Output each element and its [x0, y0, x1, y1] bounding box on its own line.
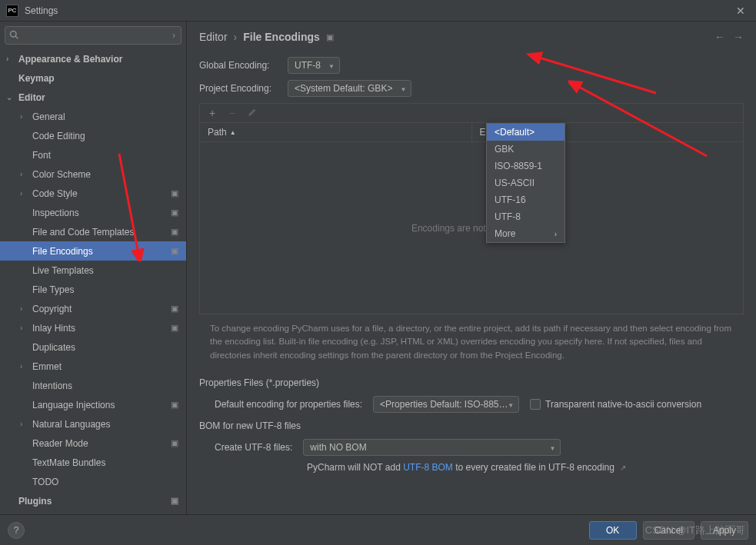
tree-item-label: Color Scheme	[32, 169, 91, 180]
tree-item-label: Duplicates	[32, 342, 75, 353]
apply-button[interactable]: Apply	[701, 521, 748, 540]
chevron-icon: ⌄	[6, 93, 15, 101]
tree-item[interactable]: Font	[0, 145, 186, 164]
modified-icon: ▣	[171, 188, 178, 198]
content-panel: Editor › File Encodings ▣ ← → Global Enc…	[187, 22, 756, 514]
window-title: Settings	[25, 5, 731, 16]
encoding-table-body: Encodings are not configured	[199, 142, 744, 314]
tree-item-label: Reader Mode	[32, 438, 88, 449]
create-utf8-label: Create UTF-8 files:	[215, 442, 292, 453]
breadcrumb-current: File Encodings	[243, 31, 320, 43]
tree-item-label: Plugins	[18, 496, 52, 507]
chevron-icon: ›	[20, 170, 29, 178]
project-encoding-label: Project Encoding:	[199, 83, 288, 94]
tree-item-label: Editor	[18, 92, 45, 103]
sort-asc-icon: ▲	[230, 129, 236, 136]
chevron-down-icon: ▼	[549, 445, 555, 452]
tree-item[interactable]: ⌄Editor	[0, 88, 186, 107]
path-toolbar: + −	[199, 103, 744, 122]
modified-icon: ▣	[171, 496, 178, 506]
breadcrumb: Editor › File Encodings ▣ ← →	[199, 31, 744, 43]
modified-icon: ▣	[171, 246, 178, 256]
path-column-header[interactable]: Path ▲	[200, 123, 472, 141]
app-logo: PC	[6, 5, 18, 17]
cancel-button[interactable]: Cancel	[643, 521, 694, 540]
tree-item[interactable]: TODO	[0, 472, 186, 491]
tree-item-label: Inlay Hints	[32, 323, 75, 334]
tree-item[interactable]: Reader Mode▣	[0, 434, 186, 453]
add-button[interactable]: +	[206, 107, 218, 119]
tree-item-label: Emmet	[32, 361, 62, 372]
global-encoding-dropdown[interactable]: UTF-8 ▼	[288, 57, 340, 74]
tree-item-label: File Encodings	[32, 246, 93, 257]
menu-item[interactable]: <Default>	[487, 124, 565, 141]
menu-item[interactable]: UTF-16	[487, 191, 565, 208]
tree-item[interactable]: ›General	[0, 107, 186, 126]
checkbox-icon	[530, 399, 541, 410]
tree-item[interactable]: ›Copyright▣	[0, 299, 186, 318]
tree-item[interactable]: Intentions	[0, 376, 186, 395]
tree-item-label: Intentions	[32, 381, 72, 391]
create-utf8-dropdown[interactable]: with NO BOM ▼	[303, 439, 561, 456]
ok-button[interactable]: OK	[589, 521, 637, 540]
remove-button: −	[226, 107, 238, 119]
tree-item-label: File and Code Templates	[32, 227, 135, 238]
project-encoding-dropdown[interactable]: <System Default: GBK> ▼	[288, 80, 411, 97]
tree-item[interactable]: TextMate Bundles	[0, 453, 186, 472]
tree-item-label: Code Editing	[32, 131, 85, 141]
tree-item[interactable]: Duplicates	[0, 337, 186, 357]
tree-item-label: Live Templates	[32, 265, 94, 276]
tree-item-label: TextMate Bundles	[32, 457, 105, 468]
search-input[interactable]	[5, 26, 182, 45]
tree-item-label: General	[32, 111, 65, 122]
breadcrumb-parent[interactable]: Editor	[199, 31, 228, 43]
tree-item[interactable]: ›Natural Languages	[0, 414, 186, 434]
menu-item[interactable]: GBK	[487, 141, 565, 158]
edit-button	[246, 107, 258, 119]
chevron-right-icon: ›	[234, 31, 238, 43]
tree-item-label: Copyright	[32, 304, 72, 314]
tree-item[interactable]: Live Templates	[0, 261, 186, 280]
modified-icon: ▣	[171, 323, 178, 333]
search-next-icon[interactable]: ›	[172, 30, 175, 41]
tree-item-label: Language Injections	[32, 400, 115, 410]
tree-item[interactable]: Plugins▣	[0, 491, 186, 510]
tree-item-label: TODO	[32, 477, 58, 487]
search-icon	[9, 30, 18, 42]
menu-item[interactable]: UTF-8	[487, 208, 565, 225]
transparent-conversion-checkbox[interactable]: Transparent native-to-ascii conversion	[530, 399, 701, 410]
encoding-popup-menu: <Default>GBKISO-8859-1US-ASCIIUTF-16UTF-…	[486, 123, 565, 243]
bom-note: PyCharm will NOT add UTF-8 BOM to every …	[199, 462, 744, 473]
chevron-down-icon: ▼	[328, 63, 335, 70]
tree-item[interactable]: File and Code Templates▣	[0, 222, 186, 241]
tree-item-label: Code Style	[32, 188, 78, 199]
tree-item[interactable]: ›Emmet	[0, 357, 186, 376]
encoding-table-header: Path ▲ Encoding	[199, 122, 744, 142]
tree-item[interactable]: Code Editing	[0, 126, 186, 145]
tree-item[interactable]: File Types	[0, 280, 186, 299]
properties-encoding-dropdown[interactable]: <Properties Default: ISO-885… ▼	[373, 396, 519, 413]
modified-icon: ▣	[171, 304, 178, 314]
dialog-footer: ? OK Cancel Apply	[0, 514, 756, 545]
tree-item[interactable]: ›Appearance & Behavior	[0, 49, 186, 68]
svg-point-0	[11, 32, 17, 38]
menu-item[interactable]: US-ASCII	[487, 174, 565, 191]
tree-item[interactable]: Inspections▣	[0, 203, 186, 222]
close-button[interactable]: ✕	[731, 5, 750, 17]
tree-item[interactable]: ›Inlay Hints▣	[0, 318, 186, 337]
nav-back-button[interactable]: ←	[714, 31, 725, 43]
tree-item[interactable]: ›Code Style▣	[0, 184, 186, 203]
chevron-icon: ›	[20, 189, 29, 198]
nav-forward-button[interactable]: →	[733, 31, 744, 43]
tree-item[interactable]: Language Injections▣	[0, 395, 186, 414]
tree-item-label: Natural Languages	[32, 419, 110, 430]
tree-item[interactable]: Keymap	[0, 68, 186, 88]
tree-item[interactable]: File Encodings▣	[0, 241, 186, 261]
utf8-bom-link[interactable]: UTF-8 BOM	[403, 462, 453, 473]
menu-item[interactable]: More›	[487, 225, 565, 242]
help-button[interactable]: ?	[8, 522, 25, 539]
sidebar: › ›Appearance & BehaviorKeymap⌄Editor›Ge…	[0, 22, 187, 514]
menu-item[interactable]: ISO-8859-1	[487, 158, 565, 174]
chevron-icon: ›	[20, 362, 29, 371]
tree-item[interactable]: ›Color Scheme	[0, 164, 186, 184]
